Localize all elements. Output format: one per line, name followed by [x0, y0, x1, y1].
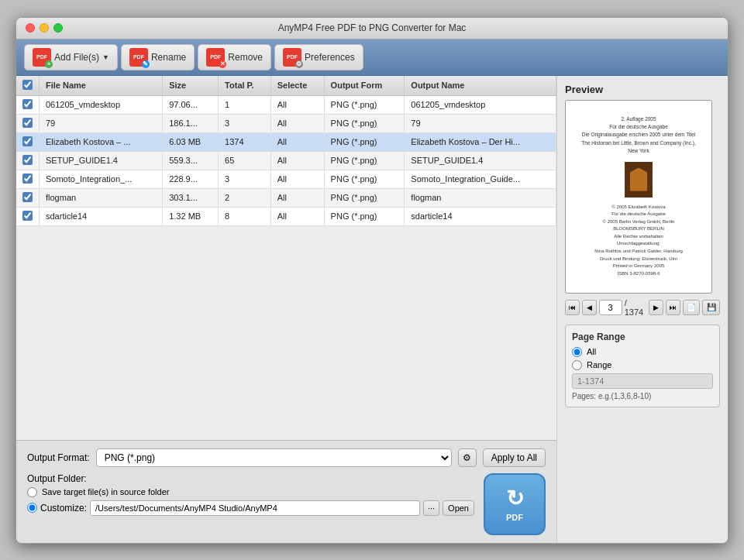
- row-size: 228.9...: [163, 170, 219, 188]
- remove-badge-icon: ✕: [219, 60, 226, 68]
- browse-dots-button[interactable]: ···: [423, 500, 439, 516]
- save-source-option: Save target file(s) in source folder: [27, 487, 474, 497]
- row-format: PNG (*.png): [324, 95, 405, 114]
- preferences-icon: PDF ⚙: [283, 48, 301, 67]
- rename-button[interactable]: PDF ✎ Rename: [121, 44, 195, 70]
- row-checkbox-cell: [16, 188, 40, 207]
- page-number-input[interactable]: [599, 300, 622, 315]
- view-file-button[interactable]: 📄: [683, 300, 701, 315]
- output-format-row: Output Format: PNG (*.png) ⚙ Apply to Al…: [27, 448, 546, 467]
- page-range-range-option: Range: [572, 360, 713, 370]
- all-pages-radio[interactable]: [572, 347, 582, 357]
- close-button[interactable]: [26, 23, 35, 33]
- preferences-button[interactable]: PDF ⚙ Preferences: [274, 44, 363, 70]
- row-total: 1374: [219, 132, 271, 151]
- preview-label: Preview: [565, 84, 720, 95]
- all-pages-label: All: [587, 347, 596, 356]
- row-filename: Somoto_Integration_...: [40, 170, 163, 188]
- row-checkbox[interactable]: [22, 118, 33, 128]
- page-range-all-option: All: [572, 347, 713, 357]
- range-radio[interactable]: [572, 360, 582, 370]
- header-selected: Selecte: [270, 76, 324, 96]
- header-output-format: Output Form: [324, 76, 405, 96]
- row-output: SETUP_GUIDE1.4: [405, 151, 556, 170]
- row-size: 559.3...: [163, 151, 219, 170]
- add-files-label: Add File(s): [54, 52, 99, 63]
- table-row[interactable]: 061205_vmdesktop 97.06... 1 All PNG (*.p…: [16, 95, 556, 114]
- page-total: / 1374: [625, 298, 647, 317]
- row-checkbox[interactable]: [22, 99, 33, 109]
- table-row[interactable]: SETUP_GUIDE1.4 559.3... 65 All PNG (*.pn…: [16, 151, 556, 170]
- pages-hint: Pages: e.g.(1,3,6,8-10): [572, 392, 713, 400]
- output-format-label: Output Format:: [27, 452, 90, 463]
- row-output: 79: [405, 114, 556, 132]
- row-total: 1: [219, 95, 271, 114]
- header-size: Size: [163, 76, 219, 96]
- prev-page-button[interactable]: ◀: [582, 300, 597, 315]
- add-files-dropdown-icon[interactable]: ▼: [102, 53, 109, 61]
- row-filename: 061205_vmdesktop: [40, 95, 163, 114]
- traffic-lights: [26, 23, 63, 33]
- output-folder-section: Output Folder: Save target file(s) in so…: [27, 473, 474, 516]
- first-page-button[interactable]: ⏮: [565, 300, 580, 315]
- row-output: Somoto_Integration_Guide...: [405, 170, 556, 188]
- row-checkbox-cell: [16, 170, 40, 188]
- add-badge-icon: +: [45, 60, 53, 68]
- table-row[interactable]: sdarticle14 1.32 MB 8 All PNG (*.png) sd…: [16, 207, 556, 225]
- path-input[interactable]: [90, 500, 420, 516]
- output-format-select[interactable]: PNG (*.png): [96, 448, 452, 467]
- row-output: Elizabeth Kostova – Der Hi...: [405, 132, 556, 151]
- format-settings-icon[interactable]: ⚙: [458, 448, 477, 467]
- select-all-checkbox[interactable]: [22, 80, 33, 90]
- table-row[interactable]: 79 186.1... 3 All PNG (*.png) 79: [16, 114, 556, 132]
- row-filename: sdarticle14: [40, 207, 163, 225]
- preview-box: 2. Auflage 2005 Für die deutsche Ausgabe…: [565, 100, 712, 294]
- row-filename: 79: [40, 114, 163, 132]
- minimize-button[interactable]: [40, 23, 49, 33]
- table-row[interactable]: flogman 303.1... 2 All PNG (*.png) flogm…: [16, 188, 556, 207]
- open-folder-button[interactable]: Open: [443, 500, 474, 516]
- next-page-button[interactable]: ▶: [649, 300, 663, 315]
- row-output: flogman: [405, 188, 556, 207]
- row-checkbox-cell: [16, 151, 40, 170]
- rename-icon: PDF ✎: [129, 48, 148, 67]
- preview-content: 2. Auflage 2005 Für die deutsche Ausgabe…: [572, 106, 704, 287]
- row-total: 8: [219, 207, 271, 225]
- bottom-row: Output Folder: Save target file(s) in so…: [27, 473, 546, 535]
- header-total-pages: Total P.: [219, 76, 271, 96]
- table-header-row: File Name Size Total P. Selecte Output F…: [16, 76, 556, 96]
- right-panel: Preview 2. Auflage 2005 Für die deutsche…: [557, 76, 728, 543]
- row-checkbox[interactable]: [22, 136, 33, 146]
- row-format: PNG (*.png): [324, 188, 405, 207]
- table-row[interactable]: Elizabeth Kostova – ... 6.03 MB 1374 All…: [16, 132, 556, 151]
- add-files-button[interactable]: PDF + Add File(s) ▼: [24, 44, 118, 70]
- range-input[interactable]: [572, 373, 713, 389]
- row-total: 3: [219, 170, 271, 188]
- output-folder-label: Output Folder:: [27, 473, 87, 484]
- customize-radio[interactable]: [27, 503, 37, 513]
- rename-badge-icon: ✎: [142, 60, 150, 68]
- last-page-button[interactable]: ⏭: [666, 300, 680, 315]
- row-checkbox[interactable]: [22, 192, 33, 202]
- preferences-badge-icon: ⚙: [295, 60, 303, 68]
- row-checkbox[interactable]: [22, 155, 33, 165]
- row-filename: SETUP_GUIDE1.4: [40, 151, 163, 170]
- row-checkbox-cell: [16, 207, 40, 225]
- toolbar: PDF + Add File(s) ▼ PDF ✎ Rename PDF ✕ R…: [16, 40, 728, 76]
- titlebar: AnyMP4 Free PDF to PNG Converter for Mac: [16, 18, 728, 40]
- row-checkbox[interactable]: [22, 173, 33, 184]
- files-table: File Name Size Total P. Selecte Output F…: [16, 76, 556, 226]
- table-row[interactable]: Somoto_Integration_... 228.9... 3 All PN…: [16, 170, 556, 188]
- row-filename: Elizabeth Kostova – ...: [40, 132, 163, 151]
- app-window: AnyMP4 Free PDF to PNG Converter for Mac…: [16, 17, 728, 544]
- save-source-radio[interactable]: [27, 487, 37, 497]
- save-file-button[interactable]: 💾: [702, 300, 720, 315]
- remove-button[interactable]: PDF ✕ Remove: [198, 44, 271, 70]
- row-filename: flogman: [40, 188, 163, 207]
- apply-to-all-button[interactable]: Apply to All: [483, 448, 546, 467]
- row-checkbox[interactable]: [22, 211, 33, 221]
- maximize-button[interactable]: [53, 23, 63, 33]
- convert-button[interactable]: ↻ PDF: [484, 473, 546, 535]
- header-output-name: Output Name: [405, 76, 556, 96]
- convert-icon: ↻: [506, 486, 524, 511]
